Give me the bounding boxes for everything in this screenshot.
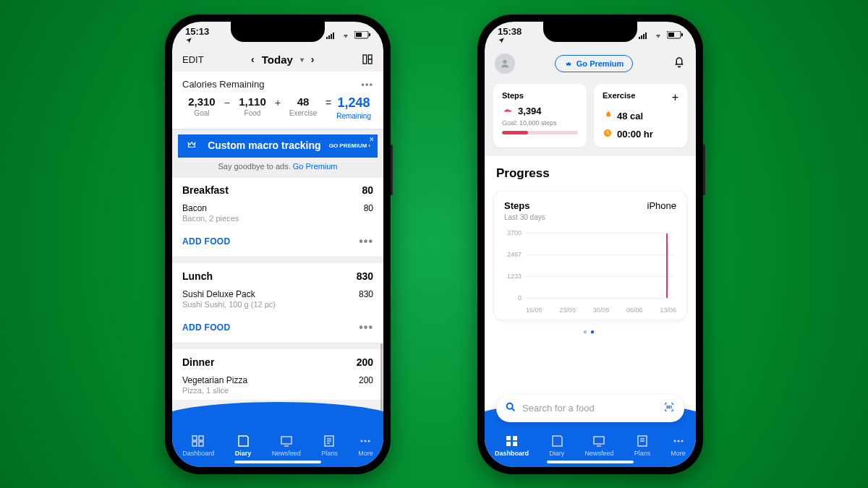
svg-rect-24 bbox=[668, 33, 674, 37]
svg-rect-11 bbox=[199, 436, 203, 440]
food-item[interactable]: Sushi Deluxe PackSushi Sushi, 100 g (12 … bbox=[172, 286, 383, 314]
progress-heading: Progress bbox=[485, 166, 696, 188]
food-calories: 80 bbox=[364, 203, 373, 223]
close-icon[interactable]: ✕ bbox=[369, 136, 375, 143]
search-placeholder: Search for a food bbox=[522, 403, 657, 414]
screen-dashboard: 15:38 Go Premium Steps 3,394 Goal: 10,00… bbox=[485, 22, 696, 467]
exercise-card[interactable]: Exercise+ 48 cal 00:00 hr bbox=[594, 84, 687, 147]
exercise-time: 00:00 hr bbox=[617, 129, 653, 140]
steps-value: 3,394 bbox=[518, 106, 542, 116]
food-item[interactable]: BaconBacon, 2 pieces 80 bbox=[172, 200, 383, 228]
date-label[interactable]: Today bbox=[262, 53, 293, 66]
summary-cards: Steps 3,394 Goal: 10,000 steps Exercise+… bbox=[485, 81, 696, 156]
subpromo-text: Say goodbye to ads. Go Premium bbox=[172, 159, 383, 176]
svg-point-28 bbox=[507, 403, 513, 408]
go-premium-button[interactable]: Go Premium bbox=[555, 55, 633, 72]
tab-more[interactable]: More bbox=[671, 435, 686, 457]
add-food-button[interactable]: ADD FOOD bbox=[182, 322, 230, 333]
wifi-icon bbox=[653, 32, 663, 39]
svg-rect-3 bbox=[333, 33, 334, 39]
svg-point-26 bbox=[503, 59, 506, 63]
svg-rect-33 bbox=[594, 437, 604, 444]
svg-rect-31 bbox=[506, 442, 511, 446]
meal-name: Breakfast bbox=[182, 184, 229, 196]
signal-icon bbox=[326, 32, 337, 39]
prev-day-button[interactable]: ‹ bbox=[251, 53, 255, 65]
add-exercise-button[interactable]: + bbox=[672, 91, 678, 104]
tab-dashboard[interactable]: Dashboard bbox=[182, 435, 214, 457]
tab-diary[interactable]: Diary bbox=[235, 435, 252, 457]
barcode-icon[interactable] bbox=[663, 402, 676, 415]
svg-point-18 bbox=[368, 440, 370, 442]
battery-icon bbox=[354, 31, 370, 39]
meal-name: Dinner bbox=[182, 356, 214, 368]
promo-cta: GO PREMIUM › bbox=[329, 142, 370, 149]
edit-button[interactable]: EDIT bbox=[182, 54, 204, 65]
calories-remaining-panel: Calories Remaining ••• 2,310Goal − 1,110… bbox=[172, 72, 383, 129]
promo-area: Custom macro tracking GO PREMIUM › ✕ Say… bbox=[172, 129, 383, 177]
food-calories: 830 bbox=[359, 289, 373, 309]
steps-card[interactable]: Steps 3,394 Goal: 10,000 steps bbox=[493, 84, 587, 147]
flame-icon bbox=[603, 110, 613, 122]
svg-rect-0 bbox=[326, 37, 328, 39]
location-icon bbox=[498, 37, 522, 44]
svg-rect-2 bbox=[331, 34, 332, 39]
progress-section: Progress Steps Last 30 days iPhone 3700 … bbox=[485, 156, 696, 411]
chart-device: iPhone bbox=[647, 200, 676, 222]
steps-chart: 3700 2467 1233 0 16/05 23/05 30/05 06/06… bbox=[504, 231, 676, 314]
phone-frame-left: 15:13 EDIT ‹ Today ▾ › Calories Remainin… bbox=[165, 14, 391, 474]
tab-dashboard[interactable]: Dashboard bbox=[495, 435, 529, 457]
food-value: 1,110 bbox=[233, 95, 272, 108]
steps-goal: Goal: 10,000 steps bbox=[502, 119, 578, 127]
go-premium-link[interactable]: Go Premium bbox=[293, 162, 338, 171]
avatar[interactable] bbox=[495, 53, 515, 74]
promo-banner[interactable]: Custom macro tracking GO PREMIUM › ✕ bbox=[178, 134, 378, 158]
meal-total: 830 bbox=[357, 270, 373, 282]
meal-section-breakfast: Breakfast80 BaconBacon, 2 pieces 80 ADD … bbox=[172, 177, 383, 257]
steps-chart-card[interactable]: Steps Last 30 days iPhone 3700 2467 1233… bbox=[493, 191, 687, 320]
svg-rect-22 bbox=[645, 33, 647, 39]
svg-rect-20 bbox=[641, 35, 642, 39]
svg-point-36 bbox=[677, 440, 679, 442]
promo-text: Custom macro tracking bbox=[207, 140, 322, 151]
home-indicator[interactable] bbox=[547, 461, 634, 463]
date-dropdown-icon[interactable]: ▾ bbox=[300, 56, 304, 64]
meal-more-icon[interactable]: ••• bbox=[359, 235, 373, 248]
scrollbar[interactable] bbox=[380, 343, 383, 411]
meal-more-icon[interactable]: ••• bbox=[359, 321, 373, 334]
food-calories: 200 bbox=[359, 375, 373, 395]
home-indicator[interactable] bbox=[234, 461, 321, 463]
svg-point-37 bbox=[681, 440, 683, 442]
bell-icon[interactable] bbox=[673, 56, 686, 72]
battery-icon bbox=[667, 31, 683, 39]
tab-plans[interactable]: Plans bbox=[321, 435, 338, 457]
steps-progress-bar bbox=[502, 131, 578, 134]
svg-rect-21 bbox=[643, 34, 644, 39]
tab-more[interactable]: More bbox=[358, 435, 373, 457]
svg-rect-7 bbox=[363, 55, 367, 64]
exercise-value: 48 bbox=[284, 95, 323, 108]
svg-point-35 bbox=[673, 440, 676, 442]
food-item[interactable]: Vegetarian PizzaPizza, 1 slice 200 bbox=[172, 372, 383, 400]
exercise-cal: 48 cal bbox=[617, 111, 643, 121]
meal-total: 200 bbox=[357, 356, 373, 368]
page-indicator[interactable]: ●● bbox=[485, 320, 696, 343]
tab-newsfeed[interactable]: Newsfeed bbox=[584, 435, 613, 457]
status-time: 15:38 bbox=[498, 26, 522, 37]
add-food-button[interactable]: ADD FOOD bbox=[182, 236, 230, 247]
more-icon[interactable]: ••• bbox=[361, 79, 373, 90]
shoe-icon bbox=[502, 106, 514, 116]
clock-icon bbox=[603, 128, 613, 140]
nutrition-icon[interactable] bbox=[362, 53, 373, 65]
signal-icon bbox=[639, 32, 650, 39]
tab-bar: Dashboard Diary Newsfeed Plans More bbox=[172, 411, 383, 467]
next-day-button[interactable]: › bbox=[311, 53, 315, 65]
svg-rect-5 bbox=[356, 33, 362, 37]
tab-diary[interactable]: Diary bbox=[549, 435, 564, 457]
tab-newsfeed[interactable]: Newsfeed bbox=[272, 435, 301, 457]
svg-rect-19 bbox=[639, 37, 640, 39]
svg-rect-1 bbox=[328, 35, 330, 39]
search-input[interactable]: Search for a food bbox=[496, 395, 684, 422]
svg-rect-25 bbox=[681, 33, 683, 36]
tab-plans[interactable]: Plans bbox=[634, 435, 651, 457]
